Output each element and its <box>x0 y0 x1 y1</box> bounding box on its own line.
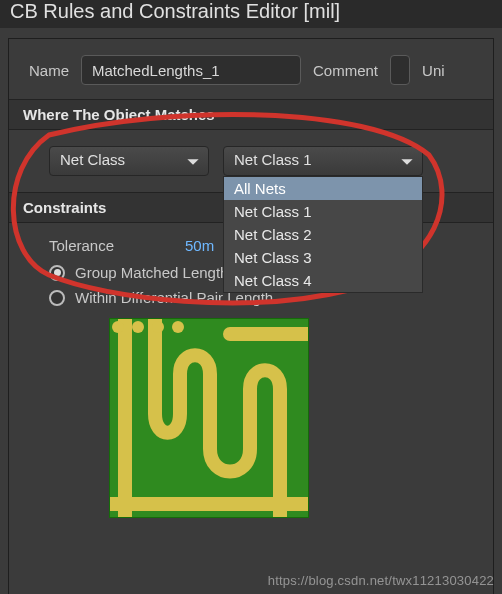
tolerance-value[interactable]: 50m <box>185 237 214 254</box>
watermark-text: https://blog.csdn.net/twx11213030422 <box>268 573 494 588</box>
dropdown-item-net-class-2[interactable]: Net Class 2 <box>224 223 422 246</box>
svg-point-1 <box>112 321 124 333</box>
editor-panel: Name Comment Uni Where The Object Matche… <box>8 38 494 594</box>
tolerance-label: Tolerance <box>49 237 169 254</box>
window-title: CB Rules and Constraints Editor [mil] <box>0 0 502 28</box>
scope-select-value: Net Class <box>60 151 125 168</box>
svg-point-4 <box>172 321 184 333</box>
radio-label: Group Matched Lengths <box>75 264 236 281</box>
unique-id-label: Uni <box>422 62 445 79</box>
pcb-preview-image <box>109 318 309 518</box>
target-select[interactable]: Net Class 1 <box>223 146 423 176</box>
dropdown-item-net-class-4[interactable]: Net Class 4 <box>224 269 422 292</box>
svg-point-2 <box>132 321 144 333</box>
target-dropdown: All Nets Net Class 1 Net Class 2 Net Cla… <box>223 176 423 293</box>
comment-input[interactable] <box>390 55 410 85</box>
matches-row: Net Class Net Class 1 All Nets Net Class… <box>9 130 493 192</box>
radio-icon[interactable] <box>49 265 65 281</box>
dropdown-item-net-class-3[interactable]: Net Class 3 <box>224 246 422 269</box>
dropdown-item-net-class-1[interactable]: Net Class 1 <box>224 200 422 223</box>
name-input[interactable] <box>81 55 301 85</box>
chevron-down-icon <box>400 155 414 172</box>
comment-label: Comment <box>313 62 378 79</box>
name-row: Name Comment Uni <box>9 55 493 99</box>
section-where-matches: Where The Object Matches <box>9 99 493 130</box>
svg-point-3 <box>152 321 164 333</box>
chevron-down-icon <box>186 155 200 172</box>
radio-icon[interactable] <box>49 290 65 306</box>
target-select-value: Net Class 1 <box>234 151 312 168</box>
dropdown-item-all-nets[interactable]: All Nets <box>224 177 422 200</box>
scope-select[interactable]: Net Class <box>49 146 209 176</box>
name-label: Name <box>29 62 69 79</box>
